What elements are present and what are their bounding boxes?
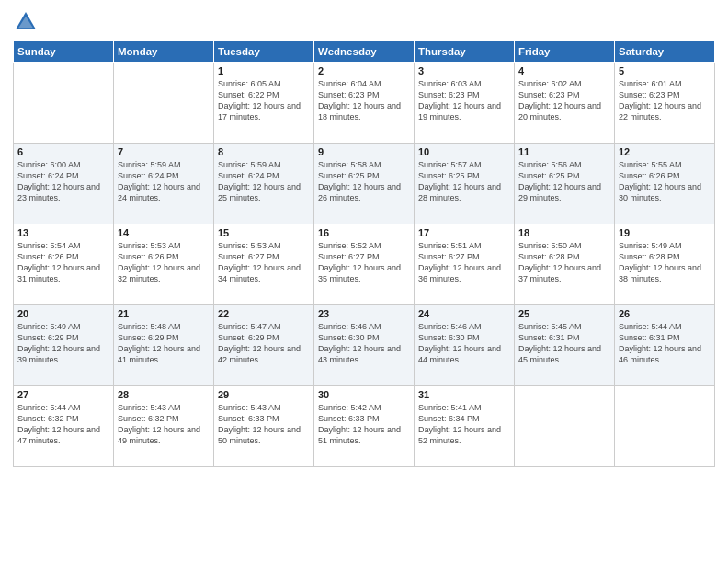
calendar-cell xyxy=(515,386,615,467)
weekday-header-sunday: Sunday xyxy=(14,41,114,63)
day-info: Sunrise: 6:04 AM Sunset: 6:23 PM Dayligh… xyxy=(318,78,410,123)
day-number: 11 xyxy=(518,146,610,157)
day-info: Sunrise: 5:56 AM Sunset: 6:25 PM Dayligh… xyxy=(518,159,610,204)
calendar-cell: 11Sunrise: 5:56 AM Sunset: 6:25 PM Dayli… xyxy=(515,144,615,224)
calendar-cell: 1Sunrise: 6:05 AM Sunset: 6:22 PM Daylig… xyxy=(214,63,314,144)
calendar-cell: 4Sunrise: 6:02 AM Sunset: 6:23 PM Daylig… xyxy=(515,63,615,144)
calendar-cell: 16Sunrise: 5:52 AM Sunset: 6:27 PM Dayli… xyxy=(314,224,415,305)
day-number: 25 xyxy=(518,308,610,319)
day-info: Sunrise: 6:03 AM Sunset: 6:23 PM Dayligh… xyxy=(418,78,510,123)
day-info: Sunrise: 5:50 AM Sunset: 6:28 PM Dayligh… xyxy=(518,240,610,285)
calendar-cell: 2Sunrise: 6:04 AM Sunset: 6:23 PM Daylig… xyxy=(314,63,415,144)
calendar-cell: 10Sunrise: 5:57 AM Sunset: 6:25 PM Dayli… xyxy=(415,144,515,224)
day-info: Sunrise: 6:00 AM Sunset: 6:24 PM Dayligh… xyxy=(17,159,109,204)
header xyxy=(13,9,715,35)
day-info: Sunrise: 5:43 AM Sunset: 6:33 PM Dayligh… xyxy=(218,402,310,447)
day-number: 27 xyxy=(17,389,109,400)
calendar-cell xyxy=(114,63,214,144)
calendar-cell: 24Sunrise: 5:46 AM Sunset: 6:30 PM Dayli… xyxy=(415,305,515,386)
calendar-cell: 25Sunrise: 5:45 AM Sunset: 6:31 PM Dayli… xyxy=(515,305,615,386)
calendar-cell: 31Sunrise: 5:41 AM Sunset: 6:34 PM Dayli… xyxy=(415,386,515,467)
week-row-5: 27Sunrise: 5:44 AM Sunset: 6:32 PM Dayli… xyxy=(14,386,715,467)
calendar-cell: 12Sunrise: 5:55 AM Sunset: 6:26 PM Dayli… xyxy=(615,144,715,224)
day-info: Sunrise: 6:02 AM Sunset: 6:23 PM Dayligh… xyxy=(518,78,610,123)
weekday-header-tuesday: Tuesday xyxy=(214,41,314,63)
day-number: 4 xyxy=(518,65,610,76)
day-info: Sunrise: 5:55 AM Sunset: 6:26 PM Dayligh… xyxy=(619,159,711,204)
calendar-cell: 3Sunrise: 6:03 AM Sunset: 6:23 PM Daylig… xyxy=(415,63,515,144)
calendar-cell: 28Sunrise: 5:43 AM Sunset: 6:32 PM Dayli… xyxy=(114,386,214,467)
day-number: 17 xyxy=(418,227,510,238)
calendar: SundayMondayTuesdayWednesdayThursdayFrid… xyxy=(13,40,715,467)
day-number: 14 xyxy=(118,227,210,238)
day-number: 22 xyxy=(218,308,310,319)
week-row-2: 6Sunrise: 6:00 AM Sunset: 6:24 PM Daylig… xyxy=(14,144,715,224)
logo xyxy=(13,9,42,35)
weekday-header-row: SundayMondayTuesdayWednesdayThursdayFrid… xyxy=(14,41,715,63)
day-number: 3 xyxy=(418,65,510,76)
day-info: Sunrise: 5:49 AM Sunset: 6:28 PM Dayligh… xyxy=(619,240,711,285)
day-number: 26 xyxy=(619,308,711,319)
day-number: 1 xyxy=(218,65,310,76)
calendar-cell: 22Sunrise: 5:47 AM Sunset: 6:29 PM Dayli… xyxy=(214,305,314,386)
day-number: 21 xyxy=(118,308,210,319)
calendar-cell: 21Sunrise: 5:48 AM Sunset: 6:29 PM Dayli… xyxy=(114,305,214,386)
calendar-cell: 18Sunrise: 5:50 AM Sunset: 6:28 PM Dayli… xyxy=(515,224,615,305)
day-number: 6 xyxy=(17,146,109,157)
weekday-header-thursday: Thursday xyxy=(415,41,515,63)
calendar-cell: 19Sunrise: 5:49 AM Sunset: 6:28 PM Dayli… xyxy=(615,224,715,305)
day-number: 7 xyxy=(118,146,210,157)
day-number: 29 xyxy=(218,389,310,400)
day-info: Sunrise: 5:52 AM Sunset: 6:27 PM Dayligh… xyxy=(318,240,410,285)
calendar-cell: 5Sunrise: 6:01 AM Sunset: 6:23 PM Daylig… xyxy=(615,63,715,144)
day-info: Sunrise: 5:58 AM Sunset: 6:25 PM Dayligh… xyxy=(318,159,410,204)
calendar-cell: 9Sunrise: 5:58 AM Sunset: 6:25 PM Daylig… xyxy=(314,144,415,224)
calendar-cell: 14Sunrise: 5:53 AM Sunset: 6:26 PM Dayli… xyxy=(114,224,214,305)
day-number: 24 xyxy=(418,308,510,319)
calendar-cell: 17Sunrise: 5:51 AM Sunset: 6:27 PM Dayli… xyxy=(415,224,515,305)
day-number: 16 xyxy=(318,227,410,238)
day-info: Sunrise: 5:44 AM Sunset: 6:32 PM Dayligh… xyxy=(17,402,109,447)
day-info: Sunrise: 5:57 AM Sunset: 6:25 PM Dayligh… xyxy=(418,159,510,204)
day-info: Sunrise: 5:54 AM Sunset: 6:26 PM Dayligh… xyxy=(17,240,109,285)
day-info: Sunrise: 5:46 AM Sunset: 6:30 PM Dayligh… xyxy=(318,321,410,366)
day-number: 8 xyxy=(218,146,310,157)
day-number: 15 xyxy=(218,227,310,238)
day-number: 2 xyxy=(318,65,410,76)
calendar-cell: 29Sunrise: 5:43 AM Sunset: 6:33 PM Dayli… xyxy=(214,386,314,467)
day-number: 23 xyxy=(318,308,410,319)
day-info: Sunrise: 5:41 AM Sunset: 6:34 PM Dayligh… xyxy=(418,402,510,447)
day-info: Sunrise: 5:49 AM Sunset: 6:29 PM Dayligh… xyxy=(17,321,109,366)
day-info: Sunrise: 5:59 AM Sunset: 6:24 PM Dayligh… xyxy=(118,159,210,204)
day-info: Sunrise: 5:43 AM Sunset: 6:32 PM Dayligh… xyxy=(118,402,210,447)
day-info: Sunrise: 6:05 AM Sunset: 6:22 PM Dayligh… xyxy=(218,78,310,123)
calendar-cell: 13Sunrise: 5:54 AM Sunset: 6:26 PM Dayli… xyxy=(14,224,114,305)
calendar-cell xyxy=(615,386,715,467)
day-info: Sunrise: 5:53 AM Sunset: 6:26 PM Dayligh… xyxy=(118,240,210,285)
calendar-cell: 8Sunrise: 5:59 AM Sunset: 6:24 PM Daylig… xyxy=(214,144,314,224)
weekday-header-friday: Friday xyxy=(515,41,615,63)
calendar-cell: 20Sunrise: 5:49 AM Sunset: 6:29 PM Dayli… xyxy=(14,305,114,386)
day-number: 18 xyxy=(518,227,610,238)
calendar-cell xyxy=(14,63,114,144)
day-info: Sunrise: 6:01 AM Sunset: 6:23 PM Dayligh… xyxy=(619,78,711,123)
calendar-cell: 15Sunrise: 5:53 AM Sunset: 6:27 PM Dayli… xyxy=(214,224,314,305)
weekday-header-wednesday: Wednesday xyxy=(314,41,415,63)
weekday-header-monday: Monday xyxy=(114,41,214,63)
week-row-3: 13Sunrise: 5:54 AM Sunset: 6:26 PM Dayli… xyxy=(14,224,715,305)
day-info: Sunrise: 5:51 AM Sunset: 6:27 PM Dayligh… xyxy=(418,240,510,285)
calendar-cell: 26Sunrise: 5:44 AM Sunset: 6:31 PM Dayli… xyxy=(615,305,715,386)
day-info: Sunrise: 5:45 AM Sunset: 6:31 PM Dayligh… xyxy=(518,321,610,366)
day-number: 31 xyxy=(418,389,510,400)
day-info: Sunrise: 5:46 AM Sunset: 6:30 PM Dayligh… xyxy=(418,321,510,366)
calendar-cell: 7Sunrise: 5:59 AM Sunset: 6:24 PM Daylig… xyxy=(114,144,214,224)
week-row-4: 20Sunrise: 5:49 AM Sunset: 6:29 PM Dayli… xyxy=(14,305,715,386)
day-info: Sunrise: 5:44 AM Sunset: 6:31 PM Dayligh… xyxy=(619,321,711,366)
calendar-cell: 27Sunrise: 5:44 AM Sunset: 6:32 PM Dayli… xyxy=(14,386,114,467)
day-info: Sunrise: 5:48 AM Sunset: 6:29 PM Dayligh… xyxy=(118,321,210,366)
day-number: 13 xyxy=(17,227,109,238)
day-number: 19 xyxy=(619,227,711,238)
day-number: 10 xyxy=(418,146,510,157)
week-row-1: 1Sunrise: 6:05 AM Sunset: 6:22 PM Daylig… xyxy=(14,63,715,144)
day-info: Sunrise: 5:53 AM Sunset: 6:27 PM Dayligh… xyxy=(218,240,310,285)
